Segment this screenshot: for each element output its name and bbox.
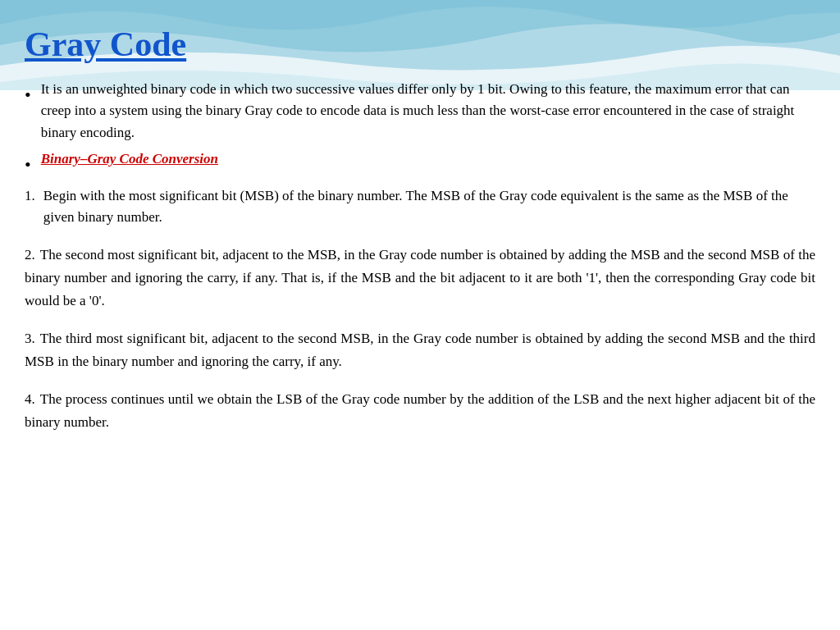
- para-text-4: The process continues until we obtain th…: [25, 391, 815, 430]
- numbered-item-1: 1. Begin with the most significant bit (…: [25, 185, 815, 229]
- bullet-item-1: • It is an unweighted binary code in whi…: [25, 79, 815, 144]
- bullet-list: • It is an unweighted binary code in whi…: [25, 79, 815, 179]
- paragraph-2: 2.The second most significant bit, adjac…: [25, 244, 815, 313]
- paragraph-4: 4.The process continues until we obtain …: [25, 388, 815, 434]
- numbered-section: 1. Begin with the most significant bit (…: [25, 185, 815, 229]
- para-num-3: 3.: [25, 331, 35, 346]
- bullet-item-2: • Binary–Gray Code Conversion: [25, 148, 815, 179]
- para-num-2: 2.: [25, 247, 35, 262]
- bullet-text-1: It is an unweighted binary code in which…: [41, 79, 815, 144]
- page-title: Gray Code: [25, 25, 815, 64]
- para-num-4: 4.: [25, 391, 35, 407]
- num-label-1: 1.: [25, 185, 35, 207]
- binary-gray-link: Binary–Gray Code Conversion: [41, 148, 218, 170]
- para-text-3: The third most significant bit, adjacent…: [25, 331, 815, 369]
- bullet-dot-2: •: [25, 151, 31, 179]
- bullet-dot-1: •: [25, 81, 31, 109]
- numbered-item-1-text: Begin with the most significant bit (MSB…: [43, 185, 815, 229]
- para-text-2: The second most significant bit, adjacen…: [25, 247, 815, 308]
- paragraph-3: 3.The third most significant bit, adjace…: [25, 327, 815, 373]
